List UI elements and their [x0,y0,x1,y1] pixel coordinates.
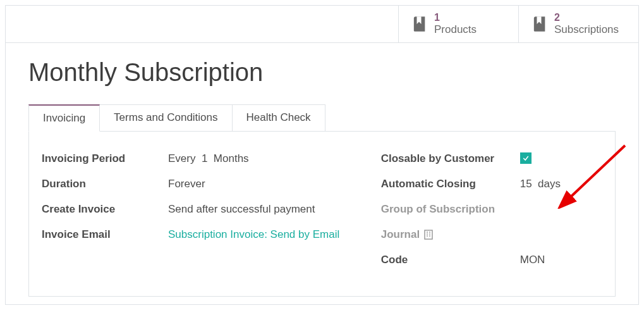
stat-products-label: Products [434,23,477,36]
value-create-invoice: Send after successful payment [168,203,315,216]
page-title: Monthly Subscription [28,58,616,87]
invoicing-period-prefix: Every [168,152,195,164]
label-journal: Journal [381,228,520,241]
book-icon [530,15,548,33]
label-code: Code [381,254,520,266]
label-invoice-email: Invoice Email [42,228,168,241]
field-duration: Duration Forever [42,176,343,192]
svg-rect-0 [425,230,432,239]
field-code: Code MON [381,252,602,268]
tab-terms[interactable]: Terms and Conditions [100,104,232,132]
closable-checkbox[interactable] [520,152,532,164]
field-journal: Journal [381,226,602,243]
invoicing-period-unit: Months [214,152,249,164]
value-auto-closing: 15 days [520,178,561,190]
field-closable: Closable by Customer [381,151,602,167]
field-auto-closing: Automatic Closing 15 days [381,176,602,192]
book-icon [410,15,428,33]
journal-label-text: Journal [381,228,420,241]
label-duration: Duration [42,178,168,190]
auto-closing-unit: days [538,178,561,190]
invoicing-period-number: 1 [202,152,207,164]
form-body: Monthly Subscription Invoicing Terms and… [6,43,638,304]
field-invoicing-period: Invoicing Period Every 1 Months [42,151,343,167]
value-duration: Forever [168,178,205,190]
field-group-subscription: Group of Subscription [381,201,602,218]
stat-products-count: 1 [434,12,477,23]
label-invoicing-period: Invoicing Period [42,152,168,165]
auto-closing-number: 15 [520,178,532,190]
tab-content-invoicing: Invoicing Period Every 1 Months Duration… [28,131,616,297]
value-code: MON [520,254,545,266]
left-column: Invoicing Period Every 1 Months Duration… [42,151,356,277]
field-create-invoice: Create Invoice Send after successful pay… [42,201,343,218]
stat-text: 2 Subscriptions [554,12,619,36]
value-invoicing-period: Every 1 Months [168,152,249,165]
value-closable [520,152,532,165]
right-column: Closable by Customer Automatic Closing 1… [356,151,602,277]
building-icon [423,230,434,240]
label-group-subscription: Group of Subscription [381,203,520,216]
stat-button-bar: 1 Products 2 Subscriptions [6,6,638,43]
tab-health[interactable]: Health Check [233,104,325,132]
stat-subscriptions-button[interactable]: 2 Subscriptions [518,6,638,42]
form-panel: 1 Products 2 Subscriptions Monthly Subsc… [5,5,639,305]
check-icon [522,154,530,162]
stat-subscriptions-label: Subscriptions [554,23,619,36]
stat-products-button[interactable]: 1 Products [398,6,518,42]
label-create-invoice: Create Invoice [42,203,168,216]
field-invoice-email: Invoice Email Subscription Invoice: Send… [42,226,343,243]
stat-text: 1 Products [434,12,477,36]
stat-subscriptions-count: 2 [554,12,619,23]
tab-invoicing[interactable]: Invoicing [28,104,100,132]
value-invoice-email[interactable]: Subscription Invoice: Send by Email [168,228,339,241]
label-auto-closing: Automatic Closing [381,178,520,190]
label-closable: Closable by Customer [381,152,520,165]
tab-bar: Invoicing Terms and Conditions Health Ch… [28,104,616,131]
